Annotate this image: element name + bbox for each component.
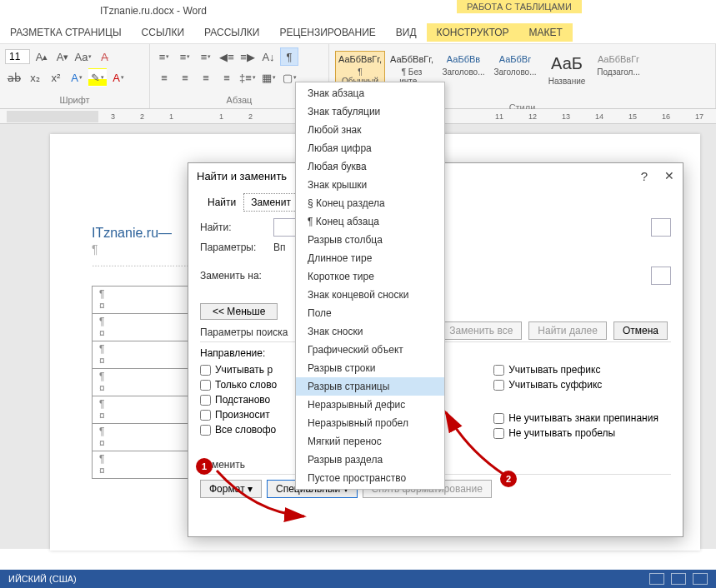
title-bar: ITznanie.ru.docx - Word — [0, 0, 716, 21]
ribbon-tabs: РАЗМЕТКА СТРАНИЦЫ ССЫЛКИ РАССЫЛКИ РЕЦЕНЗ… — [0, 21, 716, 44]
show-marks-icon[interactable]: ¶ — [280, 47, 298, 66]
menu-caret[interactable]: Знак крышки — [296, 176, 444, 194]
check-prefix[interactable]: Учитывать префикс — [493, 364, 658, 376]
replace-dropdown[interactable] — [651, 267, 671, 285]
special-menu: Знак абзаца Знак табуляции Любой знак Лю… — [295, 82, 445, 490]
subscript-icon[interactable]: x₂ — [26, 68, 44, 87]
doc-text: ITznanie.ru— — [92, 226, 172, 240]
find-next-button[interactable]: Найти далее — [528, 321, 607, 340]
replace-all-button[interactable]: Заменить все — [440, 321, 522, 340]
align-left-icon[interactable]: ≡ — [155, 68, 173, 87]
find-label: Найти: — [200, 222, 267, 233]
decrease-indent-icon[interactable]: ◀≡ — [218, 47, 236, 66]
tab-references[interactable]: ССЫЛКИ — [132, 23, 194, 42]
clear-format-icon[interactable]: A̶ — [95, 47, 113, 66]
line-spacing-icon[interactable]: ‡≡▾ — [238, 68, 257, 87]
justify-icon[interactable]: ≡ — [218, 68, 236, 87]
menu-section-break[interactable]: Разрыв раздела — [296, 451, 444, 469]
style-subtitle[interactable]: АаБбВвГг Подзагол... — [593, 51, 643, 99]
menu-opt-hyphen[interactable]: Мягкий перенос — [296, 432, 444, 451]
menu-any-letter[interactable]: Любая буква — [296, 157, 444, 176]
tab-view[interactable]: ВИД — [386, 23, 427, 42]
align-right-icon[interactable]: ≡ — [197, 68, 215, 87]
menu-line-break[interactable]: Разрыв строки — [296, 359, 444, 377]
arrow-1 — [213, 466, 313, 527]
params-label: Параметры: — [200, 242, 267, 253]
check-sounds-like[interactable]: Произносит — [200, 409, 277, 421]
status-bar: ИЙСКИЙ (США) — [0, 570, 716, 588]
sort-icon[interactable]: A↓ — [259, 47, 278, 66]
direction-label: Направление: — [200, 347, 265, 359]
menu-white-space[interactable]: Пустое пространство — [296, 469, 444, 487]
superscript-icon[interactable]: x² — [47, 68, 65, 87]
check-ignore-space[interactable]: Не учитывать пробелы — [493, 427, 658, 439]
check-word-forms[interactable]: Все словофо — [200, 424, 277, 436]
params-value: Вп — [273, 242, 286, 253]
check-ignore-punct[interactable]: Не учитывать знаки препинания — [493, 412, 658, 424]
highlight-icon[interactable]: ✎▾ — [88, 68, 107, 87]
shading-icon[interactable]: ▦▾ — [259, 68, 278, 87]
less-button[interactable]: << Меньше — [200, 303, 278, 320]
grow-font-icon[interactable]: A▴ — [33, 47, 51, 66]
menu-page-break[interactable]: Разрыв страницы — [296, 377, 444, 396]
font-size-input[interactable]: 11 — [5, 49, 30, 64]
style-title[interactable]: АаБ Название — [542, 51, 592, 99]
menu-tab-char[interactable]: Знак табуляции — [296, 102, 444, 121]
help-icon[interactable]: ? — [641, 169, 648, 183]
tab-replace-dlg[interactable]: Заменит — [243, 193, 298, 212]
multilevel-icon[interactable]: ≡▾ — [197, 47, 215, 66]
status-language[interactable]: ИЙСКИЙ (США) — [8, 574, 77, 584]
change-case-icon[interactable]: Aa▾ — [74, 47, 93, 66]
tab-find-dlg[interactable]: Найти — [200, 193, 243, 212]
menu-column-break[interactable]: Разрыв столбца — [296, 231, 444, 249]
view-web-icon[interactable] — [693, 573, 708, 585]
menu-footnote-mark[interactable]: Знак сноски — [296, 322, 444, 341]
view-print-icon[interactable] — [671, 573, 686, 585]
menu-nonbreak-space[interactable]: Неразрывный пробел — [296, 414, 444, 432]
tab-page-layout[interactable]: РАЗМЕТКА СТРАНИЦЫ — [0, 23, 132, 42]
check-whole-word[interactable]: Только слово — [200, 379, 277, 391]
menu-paragraph-mark[interactable]: Знак абзаца — [296, 84, 444, 102]
increase-indent-icon[interactable]: ≡▶ — [238, 47, 257, 66]
font-group: 11 A▴ A▾ Aa▾ A̶ a̶b̶ x₂ x² A▾ ✎▾ A▾ Шриф… — [0, 44, 150, 108]
check-match-case[interactable]: Учитывать р — [200, 364, 277, 376]
window-title: ITznanie.ru.docx - Word — [100, 5, 207, 17]
tab-design[interactable]: КОНСТРУКТОР — [427, 23, 519, 42]
annotation-2: 2 — [500, 471, 517, 487]
tab-mailings[interactable]: РАССЫЛКИ — [194, 23, 269, 42]
menu-any-digit[interactable]: Любая цифра — [296, 139, 444, 157]
check-wildcards[interactable]: Подстаново — [200, 394, 277, 406]
tab-layout[interactable]: МАКЕТ — [519, 23, 573, 42]
font-color-icon[interactable]: A▾ — [109, 68, 128, 87]
menu-em-dash[interactable]: Длинное тире — [296, 249, 444, 267]
tab-review[interactable]: РЕЦЕНЗИРОВАНИЕ — [269, 23, 385, 42]
menu-graphic[interactable]: Графический объект — [296, 341, 444, 359]
align-center-icon[interactable]: ≡ — [176, 68, 194, 87]
dialog-title-text: Найти и заменить — [197, 170, 287, 182]
view-read-icon[interactable] — [649, 573, 664, 585]
menu-field[interactable]: Поле — [296, 304, 444, 322]
text-effects-icon[interactable]: A▾ — [68, 68, 86, 87]
strikethrough-icon[interactable]: a̶b̶ — [5, 68, 23, 87]
menu-nonbreak-hyphen[interactable]: Неразрывный дефис — [296, 396, 444, 414]
table-tools-header: РАБОТА С ТАБЛИЦАМИ — [457, 0, 582, 13]
menu-section-end[interactable]: § Конец раздела — [296, 194, 444, 212]
bullets-icon[interactable]: ≡▾ — [155, 47, 173, 66]
font-group-label: Шрифт — [5, 95, 144, 105]
check-suffix[interactable]: Учитывать суффикс — [493, 379, 658, 391]
close-icon[interactable]: ✕ — [664, 169, 674, 182]
shrink-font-icon[interactable]: A▾ — [53, 47, 72, 66]
cancel-button[interactable]: Отмена — [613, 321, 668, 340]
menu-en-dash[interactable]: Короткое тире — [296, 267, 444, 286]
replace-label: Заменить на: — [200, 270, 267, 282]
numbering-icon[interactable]: ≡▾ — [176, 47, 194, 66]
menu-endnote-mark[interactable]: Знак концевой сноски — [296, 286, 444, 304]
find-dropdown[interactable] — [651, 218, 671, 237]
menu-any-char[interactable]: Любой знак — [296, 121, 444, 139]
style-heading1[interactable]: АаБбВв Заголово... — [438, 51, 488, 99]
annotation-1: 1 — [196, 458, 213, 475]
style-heading2[interactable]: АаБбВг Заголово... — [490, 51, 540, 99]
menu-para-end[interactable]: ¶ Конец абзаца — [296, 212, 444, 231]
